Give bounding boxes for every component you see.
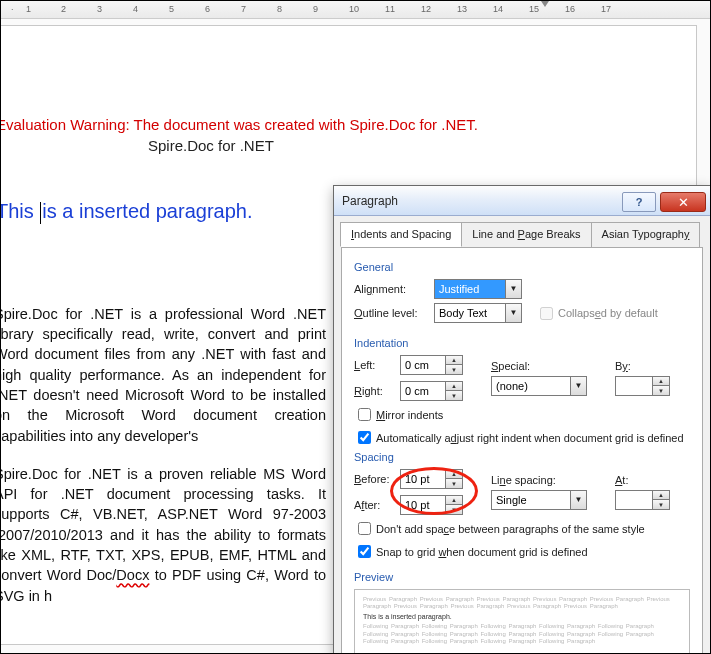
body-paragraph-1[interactable]: Spire.Doc for .NET is a professional Wor…	[0, 304, 326, 446]
alignment-value[interactable]	[435, 280, 505, 298]
spin-down-icon[interactable]: ▼	[446, 365, 462, 374]
dont-add-space-checkbox[interactable]	[358, 522, 371, 535]
indent-right-label: Right:Right:	[354, 385, 400, 397]
outline-level-label: Outline level:Outline level:	[354, 307, 434, 319]
alignment-combo[interactable]: ▼	[434, 279, 522, 299]
auto-adjust-label: Automatically adjust right indent when d…	[376, 432, 684, 444]
after-label: After:After:	[354, 499, 400, 511]
chevron-down-icon[interactable]: ▼	[570, 491, 586, 509]
collapsed-checkbox	[540, 307, 553, 320]
at-value[interactable]	[616, 491, 652, 509]
outline-level-combo[interactable]: ▼	[434, 303, 522, 323]
snap-to-grid-checkbox[interactable]	[358, 545, 371, 558]
mirror-indents-label: Mirror indentsMirror indents	[376, 409, 443, 421]
by-value[interactable]	[616, 377, 652, 395]
spin-up-icon[interactable]: ▲	[653, 491, 669, 500]
indent-left-value[interactable]	[401, 356, 445, 374]
before-spinner[interactable]: ▲▼	[400, 469, 463, 489]
tab-indents-spacing[interactable]: Indents and Spacing Indents and Spacing	[340, 222, 462, 247]
close-icon: ✕	[678, 195, 689, 210]
special-value[interactable]	[492, 377, 570, 395]
mirror-indents-checkbox[interactable]	[358, 408, 371, 421]
before-value[interactable]	[401, 470, 445, 488]
spin-down-icon[interactable]: ▼	[653, 500, 669, 509]
tab-line-page-breaks[interactable]: Line and Page Breaks Line and Page Break…	[461, 222, 591, 247]
preview-box: Previous Paragraph Previous Paragraph Pr…	[354, 589, 690, 654]
section-general: General	[354, 261, 690, 273]
text-cursor	[40, 202, 41, 224]
section-preview: Preview	[354, 571, 690, 583]
section-indentation: Indentation	[354, 337, 690, 349]
paragraph-dialog: Paragraph ? ✕ Indents and Spacing Indent…	[333, 185, 711, 654]
indent-left-spinner[interactable]: ▲▼	[400, 355, 463, 375]
line-spacing-label: Line spacing:Line spacing:	[491, 474, 587, 486]
after-value[interactable]	[401, 496, 445, 514]
spin-up-icon[interactable]: ▲	[653, 377, 669, 386]
preview-sample-text: This is a inserted paragraph.	[363, 613, 681, 620]
spin-up-icon[interactable]: ▲	[446, 382, 462, 391]
at-spinner[interactable]: ▲▼	[615, 490, 670, 510]
help-button[interactable]: ?	[622, 192, 656, 212]
before-label: Before:Before:	[354, 473, 400, 485]
body-paragraph-2[interactable]: Spire.Doc for .NET is a proven reliable …	[0, 464, 326, 606]
spin-down-icon[interactable]: ▼	[446, 479, 462, 488]
snap-to-grid-label: Snap to grid when document grid is defin…	[376, 546, 588, 558]
tab-strip: Indents and Spacing Indents and Spacing …	[334, 216, 710, 247]
right-indent-marker[interactable]	[541, 1, 549, 7]
spellcheck-flag[interactable]: Docx	[116, 567, 149, 583]
outline-level-value[interactable]	[435, 304, 505, 322]
tab-panel-indents-spacing: General Alignment:Alignment: ▼ Outline l…	[341, 247, 703, 654]
spin-up-icon[interactable]: ▲	[446, 356, 462, 365]
spin-up-icon[interactable]: ▲	[446, 470, 462, 479]
indent-right-spinner[interactable]: ▲▼	[400, 381, 463, 401]
by-label: By:By:	[615, 360, 670, 372]
preview-after-text: Following Paragraph Following Paragraph …	[363, 623, 681, 645]
horizontal-ruler: · 1 2 3 4 5 6 7 8 9 10 11 12 13 14 15 16…	[1, 1, 710, 19]
preview-before-text: Previous Paragraph Previous Paragraph Pr…	[363, 596, 681, 610]
special-combo[interactable]: ▼	[491, 376, 587, 396]
chevron-down-icon[interactable]: ▼	[505, 304, 521, 322]
after-spinner[interactable]: ▲▼	[400, 495, 463, 515]
auto-adjust-checkbox[interactable]	[358, 431, 371, 444]
spin-up-icon[interactable]: ▲	[446, 496, 462, 505]
line-spacing-combo[interactable]: ▼	[491, 490, 587, 510]
spin-down-icon[interactable]: ▼	[653, 386, 669, 395]
section-spacing: Spacing	[354, 451, 690, 463]
at-label: At:At:	[615, 474, 670, 486]
evaluation-warning: Evaluation Warning: The document was cre…	[0, 116, 656, 133]
close-button[interactable]: ✕	[660, 192, 706, 212]
indent-right-value[interactable]	[401, 382, 445, 400]
dont-add-space-label: Don't add space between paragraphs of th…	[376, 523, 645, 535]
indent-left-label: Left:Left:	[354, 359, 400, 371]
spin-down-icon[interactable]: ▼	[446, 505, 462, 514]
line-spacing-value[interactable]	[492, 491, 570, 509]
chevron-down-icon[interactable]: ▼	[505, 280, 521, 298]
dialog-titlebar[interactable]: Paragraph ? ✕	[334, 186, 710, 216]
dialog-title: Paragraph	[334, 194, 622, 208]
tab-asian-typography[interactable]: Asian Typography Asian Typography	[591, 222, 701, 247]
by-spinner[interactable]: ▲▼	[615, 376, 670, 396]
collapsed-label: Collapsed by defaultCollapsed by default	[558, 307, 658, 319]
special-label: Special:Special:	[491, 360, 587, 372]
alignment-label: Alignment:Alignment:	[354, 283, 434, 295]
chevron-down-icon[interactable]: ▼	[570, 377, 586, 395]
document-title: Spire.Doc for .NET	[148, 137, 656, 154]
spin-down-icon[interactable]: ▼	[446, 391, 462, 400]
